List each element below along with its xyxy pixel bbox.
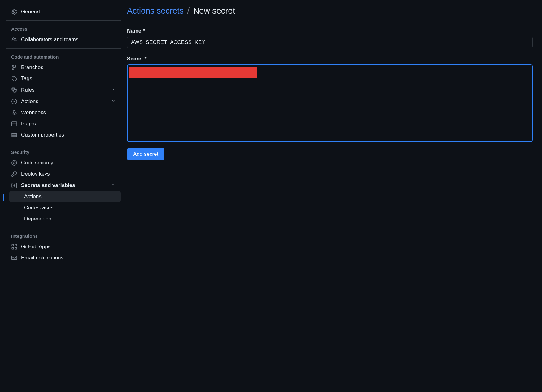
redacted-secret-value xyxy=(129,67,257,78)
chevron-up-icon xyxy=(111,182,116,189)
sidebar-item-label: GitHub Apps xyxy=(21,244,50,250)
divider xyxy=(6,48,121,49)
sidebar-item-label: Deploy keys xyxy=(21,171,50,177)
breadcrumb: Actions secrets / New secret xyxy=(127,6,533,20)
main-content: Actions secrets / New secret Name * Secr… xyxy=(124,0,542,392)
divider xyxy=(6,20,121,21)
settings-sidebar: General Access Collaborators and teams C… xyxy=(0,0,124,392)
chevron-down-icon xyxy=(111,87,116,93)
branch-icon xyxy=(11,64,17,71)
tag-icon xyxy=(11,76,17,82)
play-icon xyxy=(11,98,17,105)
key-icon xyxy=(11,171,17,177)
divider xyxy=(6,144,121,144)
asterisk-icon xyxy=(11,182,17,189)
svg-rect-5 xyxy=(15,247,17,249)
svg-rect-2 xyxy=(12,244,14,246)
section-header-security: Security xyxy=(6,147,121,157)
section-header-code: Code and automation xyxy=(6,52,121,62)
breadcrumb-link[interactable]: Actions secrets xyxy=(127,6,184,15)
sidebar-item-label: Email notifications xyxy=(21,255,63,261)
shield-icon xyxy=(11,160,17,166)
sidebar-item-label: Tags xyxy=(21,76,32,82)
svg-rect-4 xyxy=(12,247,14,249)
chevron-down-icon xyxy=(111,98,116,105)
sidebar-item-branches[interactable]: Branches xyxy=(6,62,121,73)
sidebar-item-code-security[interactable]: Code security xyxy=(6,157,121,168)
sidebar-item-email-notifications[interactable]: Email notifications xyxy=(6,252,121,264)
svg-rect-3 xyxy=(15,244,17,246)
list-icon xyxy=(11,132,17,138)
add-secret-button[interactable]: Add secret xyxy=(127,148,164,160)
sidebar-item-label: Code security xyxy=(21,160,53,166)
people-icon xyxy=(11,37,17,43)
mail-icon xyxy=(11,255,17,261)
name-input[interactable] xyxy=(127,37,533,48)
breadcrumb-current: New secret xyxy=(193,6,235,15)
sidebar-item-custom-properties[interactable]: Custom properties xyxy=(6,129,121,141)
rules-icon xyxy=(11,87,17,93)
section-header-integrations: Integrations xyxy=(6,231,121,241)
apps-icon xyxy=(11,244,17,250)
sidebar-item-pages[interactable]: Pages xyxy=(6,118,121,129)
name-label: Name * xyxy=(127,28,533,34)
gear-icon xyxy=(11,9,17,15)
secret-textarea[interactable] xyxy=(127,64,533,142)
sidebar-item-rules[interactable]: Rules xyxy=(6,84,121,96)
sidebar-item-deploy-keys[interactable]: Deploy keys xyxy=(6,168,121,180)
sidebar-item-label: Webhooks xyxy=(21,110,46,116)
sidebar-subitem-codespaces[interactable]: Codespaces xyxy=(9,202,121,213)
sidebar-item-label: Rules xyxy=(21,87,34,93)
sidebar-subitem-label: Codespaces xyxy=(24,205,54,211)
sidebar-item-label: Secrets and variables xyxy=(21,182,75,189)
sidebar-item-actions[interactable]: Actions xyxy=(6,96,121,107)
sidebar-subitem-dependabot[interactable]: Dependabot xyxy=(9,213,121,224)
sidebar-item-webhooks[interactable]: Webhooks xyxy=(6,107,121,118)
sidebar-item-collaborators[interactable]: Collaborators and teams xyxy=(6,34,121,45)
sidebar-subitem-label: Actions xyxy=(24,194,42,199)
divider xyxy=(6,228,121,228)
sidebar-subitem-actions[interactable]: Actions xyxy=(9,191,121,202)
sidebar-item-label: General xyxy=(21,9,40,15)
browser-icon xyxy=(11,121,17,127)
webhook-icon xyxy=(11,110,17,116)
sidebar-item-general[interactable]: General xyxy=(6,6,121,17)
sidebar-item-label: Custom properties xyxy=(21,132,64,138)
section-header-access: Access xyxy=(6,24,121,34)
sidebar-item-tags[interactable]: Tags xyxy=(6,73,121,84)
sidebar-subitem-label: Dependabot xyxy=(24,216,53,222)
breadcrumb-separator: / xyxy=(187,6,190,15)
sidebar-item-label: Pages xyxy=(21,121,36,127)
sidebar-item-secrets-variables[interactable]: Secrets and variables xyxy=(6,180,121,191)
secret-label: Secret * xyxy=(127,56,533,62)
sidebar-item-github-apps[interactable]: GitHub Apps xyxy=(6,241,121,252)
sidebar-item-label: Branches xyxy=(21,64,43,71)
sidebar-item-label: Actions xyxy=(21,98,38,105)
sidebar-item-label: Collaborators and teams xyxy=(21,37,78,43)
